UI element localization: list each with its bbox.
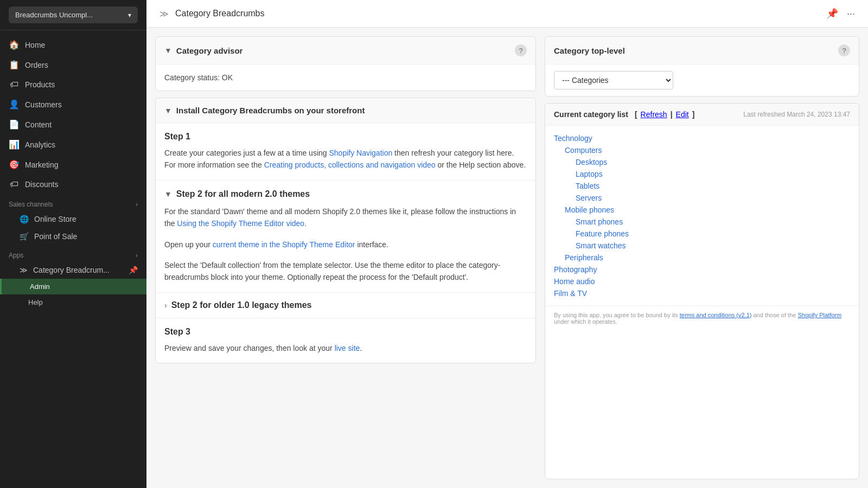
category-advisor-card: ▼ Category advisor ? Category status: OK: [155, 36, 536, 91]
expand-icon[interactable]: ›: [136, 201, 138, 208]
sidebar-item-products[interactable]: 🏷 Products: [0, 75, 146, 94]
shopify-navigation-link[interactable]: Shopify Navigation: [329, 149, 392, 157]
category-status: Category status: OK: [164, 73, 233, 82]
store-name: Breadcrumbs Uncompl...: [15, 11, 93, 19]
cat-mobile-phones[interactable]: Mobile phones: [554, 204, 850, 216]
creating-products-link[interactable]: Creating products, collections and navig…: [264, 160, 436, 169]
install-collapse-icon[interactable]: ▼: [164, 106, 172, 115]
sidebar-nav: 🏠 Home 📋 Orders 🏷 Products 👤 Customers 📄…: [0, 30, 146, 488]
step3-heading: Step 3: [164, 327, 527, 337]
sidebar-item-label: Products: [25, 80, 55, 89]
sidebar-item-point-of-sale[interactable]: 🛒 Point of Sale: [0, 228, 146, 245]
cat-home-audio[interactable]: Home audio: [554, 275, 850, 287]
current-cat-title: Current category list: [554, 110, 628, 119]
pin-badge-icon: 📌: [129, 266, 138, 274]
cat-film-tv[interactable]: Film & TV: [554, 287, 850, 299]
sidebar-item-customers[interactable]: 👤 Customers: [0, 94, 146, 114]
step1-text-post: or the Help section above.: [436, 160, 526, 169]
cat-laptops[interactable]: Laptops: [554, 168, 850, 180]
help-icon[interactable]: ?: [515, 44, 527, 56]
category-select[interactable]: --- Categories Electronics Clothing Book…: [554, 71, 673, 89]
cat-servers[interactable]: Servers: [554, 192, 850, 204]
main-content: ≫ Category Breadcrumbs 📌 ··· ▼ Category …: [146, 0, 868, 488]
analytics-icon: 📊: [9, 139, 20, 150]
category-advisor-title: Category advisor: [176, 46, 243, 55]
content-icon: 📄: [9, 119, 20, 130]
step2-collapse-icon[interactable]: ▼: [164, 190, 172, 198]
online-store-icon: 🌐: [20, 215, 29, 223]
separator: |: [671, 110, 673, 119]
shopify-platform-link[interactable]: Shopify Platform: [797, 312, 841, 318]
step2-legacy-header[interactable]: › Step 2 for older 1.0 legacy themes: [156, 293, 535, 318]
more-actions-icon[interactable]: ···: [847, 8, 855, 20]
edit-link[interactable]: Edit: [676, 110, 689, 119]
cat-desktops[interactable]: Desktops: [554, 156, 850, 168]
step2-modern-heading: Step 2 for all modern 2.0 themes: [176, 189, 310, 199]
cat-computers[interactable]: Computers: [554, 144, 850, 156]
sidebar-item-admin[interactable]: Admin: [0, 279, 146, 294]
step2-modern-text1: For the standard 'Dawn' theme and all mo…: [164, 206, 527, 230]
sidebar-item-online-store[interactable]: 🌐 Online Store: [0, 210, 146, 228]
sales-channels-section: Sales channels ›: [0, 194, 146, 210]
sidebar-item-category-breadcrumbs[interactable]: ≫ Category Breadcrum... 📌: [0, 261, 146, 279]
step2-legacy-collapse-icon[interactable]: ›: [164, 301, 167, 310]
sidebar-item-content[interactable]: 📄 Content: [0, 114, 146, 134]
last-refreshed: Last refreshed March 24, 2023 13:47: [743, 111, 850, 118]
chevron-down-icon: ▾: [128, 11, 131, 19]
cat-photography[interactable]: Photography: [554, 264, 850, 275]
category-top-help-icon[interactable]: ?: [838, 44, 850, 56]
category-advisor-body: Category status: OK: [156, 65, 535, 91]
left-panel: ▼ Category advisor ? Category status: OK…: [155, 36, 536, 479]
step3-text: Preview and save your changes, then look…: [164, 342, 527, 354]
cat-smart-watches[interactable]: Smart watches: [554, 240, 850, 252]
category-top-level-title: Category top-level: [554, 46, 625, 55]
step1-heading: Step 1: [164, 132, 527, 142]
pin-icon[interactable]: 📌: [826, 8, 838, 20]
collapse-icon[interactable]: ▼: [164, 46, 172, 55]
home-icon: 🏠: [9, 40, 20, 50]
step2-modern-text3: Select the 'Default collection' from the…: [164, 259, 527, 284]
step3-section: Step 3 Preview and save your changes, th…: [156, 318, 535, 363]
theme-editor-video-link[interactable]: Using the Shopify Theme Editor video: [177, 219, 304, 228]
step1-text: Create your categories just a few at a t…: [164, 147, 527, 171]
category-top-level-header: Category top-level ?: [545, 37, 859, 65]
install-header: ▼ Install Category Breadcrumbs on your s…: [156, 98, 535, 123]
install-title: Install Category Breadcrumbs on your sto…: [176, 106, 365, 115]
sidebar-item-marketing[interactable]: 🎯 Marketing: [0, 155, 146, 175]
cat-tablets[interactable]: Tablets: [554, 180, 850, 192]
apps-section: Apps ›: [0, 245, 146, 261]
category-advisor-header: ▼ Category advisor ?: [156, 37, 535, 65]
sidebar-item-analytics[interactable]: 📊 Analytics: [0, 134, 146, 155]
cat-peripherals[interactable]: Peripherals: [554, 252, 850, 264]
step2-modern-header: ▼ Step 2 for all modern 2.0 themes: [164, 189, 527, 199]
refresh-link[interactable]: Refresh: [641, 110, 667, 119]
apps-expand-icon[interactable]: ›: [136, 252, 138, 259]
cat-feature-phones[interactable]: Feature phones: [554, 228, 850, 240]
sidebar-item-home[interactable]: 🏠 Home: [0, 35, 146, 55]
top-bar-actions: 📌 ···: [826, 8, 855, 20]
sidebar-item-label: Customers: [25, 100, 62, 109]
current-category-header: Current category list [ Refresh | Edit ]…: [545, 104, 859, 126]
breadcrumb-icon: ≫: [159, 9, 169, 19]
sidebar-item-label: Marketing: [25, 160, 58, 169]
sidebar-item-discounts[interactable]: 🏷 Discounts: [0, 175, 146, 194]
category-top-level-card: Category top-level ? --- Categories Elec…: [545, 36, 859, 97]
sidebar: Breadcrumbs Uncompl... ▾ 🏠 Home 📋 Orders…: [0, 0, 146, 488]
sidebar-item-label: Orders: [25, 61, 48, 69]
cat-smart-phones[interactable]: Smart phones: [554, 216, 850, 228]
live-site-link[interactable]: live site: [335, 344, 360, 352]
right-panel: Category top-level ? --- Categories Elec…: [545, 36, 859, 479]
orders-icon: 📋: [9, 60, 20, 70]
current-theme-link[interactable]: current theme in the Shopify Theme Edito…: [213, 240, 355, 249]
marketing-icon: 🎯: [9, 159, 20, 170]
sidebar-item-help[interactable]: Help: [0, 294, 146, 310]
terms-link[interactable]: terms and conditions (v2.1): [680, 312, 752, 318]
sidebar-header: Breadcrumbs Uncompl... ▾: [0, 0, 146, 30]
current-category-card: Current category list [ Refresh | Edit ]…: [545, 103, 859, 479]
breadcrumbs-app-icon: ≫: [20, 266, 28, 274]
store-selector[interactable]: Breadcrumbs Uncompl... ▾: [9, 7, 138, 23]
cat-technology[interactable]: Technology: [554, 132, 850, 144]
category-select-wrapper: --- Categories Electronics Clothing Book…: [545, 65, 859, 96]
step2-legacy-section: › Step 2 for older 1.0 legacy themes: [156, 293, 535, 318]
sidebar-item-orders[interactable]: 📋 Orders: [0, 55, 146, 75]
